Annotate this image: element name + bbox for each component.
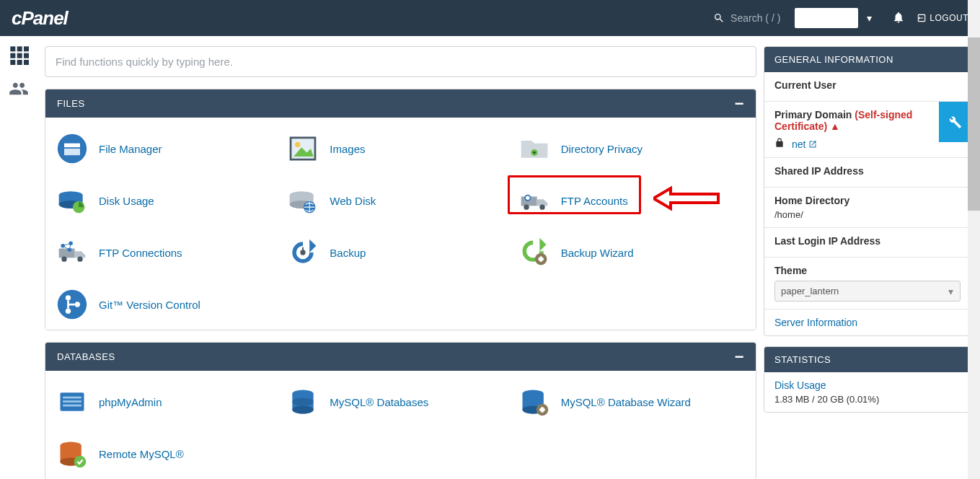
svg-rect-60 xyxy=(539,408,544,411)
backup-wizard-icon xyxy=(518,236,551,269)
annotation-highlight xyxy=(508,175,641,214)
disk-usage-stat-row: Disk Usage 1.83 MB / 20 GB (0.01%) xyxy=(764,372,971,412)
database-wizard-icon xyxy=(518,385,551,418)
phpmyadmin-icon xyxy=(56,385,89,418)
quick-search-input[interactable] xyxy=(45,46,756,77)
web-disk-item[interactable]: Web Disk xyxy=(285,181,516,220)
git-item[interactable]: Git™ Version Control xyxy=(54,285,285,324)
scrollbar-thumb[interactable] xyxy=(968,38,980,211)
annotation-arrow-icon xyxy=(653,184,725,213)
current-user-row: Current User xyxy=(764,72,971,102)
svg-rect-51 xyxy=(63,400,81,403)
svg-point-55 xyxy=(293,406,314,414)
disk-usage-item[interactable]: Disk Usage xyxy=(54,181,285,220)
topbar-search[interactable]: Search ( / ) xyxy=(713,12,780,24)
backup-wizard-item[interactable]: Backup Wizard xyxy=(516,233,747,272)
file-manager-icon xyxy=(56,132,89,165)
databases-panel: DATABASES − phpMyAdmin MySQL® Databases … xyxy=(45,342,756,479)
shared-ip-row: Shared IP Address xyxy=(764,158,971,188)
folder-eye-icon xyxy=(518,132,551,165)
mysql-databases-item[interactable]: MySQL® Databases xyxy=(285,382,516,421)
domain-link[interactable]: net xyxy=(792,139,817,150)
svg-rect-6 xyxy=(10,60,15,65)
svg-point-47 xyxy=(66,309,71,314)
svg-point-46 xyxy=(66,295,71,300)
wrench-button[interactable] xyxy=(939,102,971,142)
svg-rect-40 xyxy=(302,247,304,252)
disk-usage-link[interactable]: Disk Usage xyxy=(774,379,961,391)
svg-rect-5 xyxy=(24,53,29,58)
scrollbar[interactable] xyxy=(968,0,980,479)
disk-usage-icon xyxy=(56,184,89,217)
home-dir-row: Home Directory /home/ xyxy=(764,188,971,228)
logout-button[interactable]: LOGOUT xyxy=(917,13,968,23)
lock-icon xyxy=(774,138,785,150)
databases-panel-header[interactable]: DATABASES − xyxy=(45,343,756,371)
directory-privacy-item[interactable]: Directory Privacy xyxy=(516,129,747,168)
collapse-icon[interactable]: − xyxy=(735,100,744,107)
warning-icon: ▲ xyxy=(830,120,840,132)
collapse-icon[interactable]: − xyxy=(735,353,744,361)
svg-rect-3 xyxy=(10,53,15,58)
svg-point-33 xyxy=(61,257,66,262)
svg-rect-1 xyxy=(17,46,22,51)
files-panel: FILES − File Manager Images Directory Pr… xyxy=(45,89,756,330)
caret-down-icon[interactable]: ▾ xyxy=(867,12,872,24)
main-content: FILES − File Manager Images Directory Pr… xyxy=(37,36,764,479)
svg-marker-41 xyxy=(539,238,546,251)
last-login-row: Last Login IP Address xyxy=(764,228,971,258)
svg-rect-11 xyxy=(64,149,80,155)
general-info-panel: GENERAL INFORMATION Current User Primary… xyxy=(764,46,971,336)
remote-mysql-item[interactable]: Remote MySQL® xyxy=(54,434,285,473)
svg-point-48 xyxy=(75,302,80,307)
backup-icon xyxy=(286,236,319,269)
images-icon xyxy=(286,132,319,165)
database-icon xyxy=(286,385,319,418)
top-bar: cPanel Search ( / ) ▾ LOGOUT xyxy=(0,0,980,36)
backup-item[interactable]: Backup xyxy=(285,233,516,272)
ftp-connections-item[interactable]: FTP Connections xyxy=(54,233,285,272)
server-info-row[interactable]: Server Information xyxy=(764,309,971,335)
user-area: ▾ LOGOUT xyxy=(795,8,968,28)
svg-point-14 xyxy=(295,142,300,147)
svg-rect-32 xyxy=(59,249,75,258)
right-column: GENERAL INFORMATION Current User Primary… xyxy=(764,36,980,479)
search-icon xyxy=(713,12,725,24)
theme-select[interactable]: paper_lantern xyxy=(774,281,961,302)
phpmyadmin-item[interactable]: phpMyAdmin xyxy=(54,382,285,421)
svg-marker-38 xyxy=(309,240,316,252)
ftp-connections-icon xyxy=(56,236,89,269)
svg-rect-2 xyxy=(24,46,29,51)
files-panel-header[interactable]: FILES − xyxy=(45,89,756,118)
search-label: Search ( / ) xyxy=(730,12,780,24)
sidenav-home[interactable] xyxy=(9,45,29,67)
svg-point-17 xyxy=(533,151,536,154)
svg-rect-52 xyxy=(63,405,81,407)
logout-icon xyxy=(917,13,927,23)
statistics-header: STATISTICS xyxy=(764,347,971,372)
remote-mysql-icon xyxy=(56,437,89,470)
svg-marker-26 xyxy=(653,188,718,208)
statistics-panel: STATISTICS Disk Usage 1.83 MB / 20 GB (0… xyxy=(764,346,971,413)
web-disk-icon xyxy=(286,184,319,217)
images-item[interactable]: Images xyxy=(285,129,516,168)
svg-rect-44 xyxy=(538,258,543,260)
git-icon xyxy=(56,288,89,321)
user-dropdown[interactable] xyxy=(795,8,858,28)
svg-rect-8 xyxy=(24,60,29,65)
side-nav xyxy=(0,36,37,479)
svg-point-34 xyxy=(77,257,82,262)
svg-rect-10 xyxy=(64,144,80,148)
mysql-wizard-item[interactable]: MySQL® Database Wizard xyxy=(516,382,747,421)
ftp-accounts-item[interactable]: FTP Accounts xyxy=(516,181,747,220)
primary-domain-row: Primary Domain (Self-signed Certificate)… xyxy=(764,102,971,158)
logo: cPanel xyxy=(12,7,68,30)
sidenav-users[interactable] xyxy=(9,79,29,101)
theme-row: Theme paper_lantern xyxy=(764,258,971,309)
svg-point-54 xyxy=(293,398,314,406)
file-manager-item[interactable]: File Manager xyxy=(54,129,285,168)
svg-rect-7 xyxy=(17,60,22,65)
bell-icon[interactable] xyxy=(892,11,905,26)
general-info-header: GENERAL INFORMATION xyxy=(764,47,971,72)
svg-rect-4 xyxy=(17,53,22,58)
